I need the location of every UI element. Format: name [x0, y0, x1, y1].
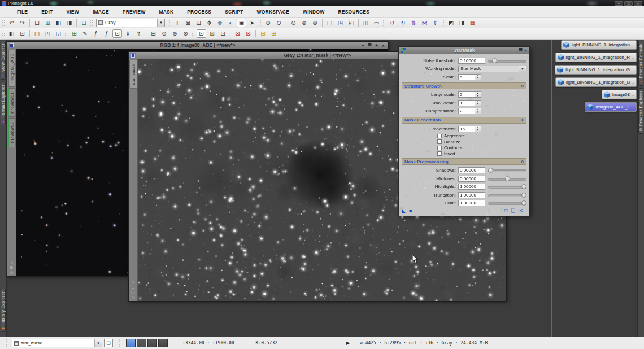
stf-add-icon[interactable]: ⊞	[258, 29, 268, 38]
new-window-button[interactable]: ❏	[104, 339, 113, 347]
fit-zoom-icon[interactable]: ⊞	[10, 265, 14, 269]
fit-zoom-icon[interactable]: ⊞	[132, 285, 135, 289]
explorer-window-icon[interactable]: ◧	[7, 29, 16, 38]
menu-item-edit[interactable]: EDIT	[34, 7, 59, 16]
small-scale-input[interactable]: 1	[458, 100, 475, 106]
menu-item-image[interactable]: IMAGE	[86, 7, 116, 16]
arrow-cursor-icon[interactable]: ➤	[247, 19, 257, 27]
process-browser-icon[interactable]: ƒ	[102, 29, 111, 38]
noise-threshold-slider[interactable]	[488, 58, 526, 64]
dynamic-crop-icon[interactable]: ◰	[346, 19, 356, 27]
color-profile-icon[interactable]: ▦	[468, 19, 477, 27]
dock-item-light_binning_1_integration_r[interactable]: light_BINNING_1_integration_R‥	[555, 53, 637, 62]
realtime-preview-icon[interactable]: □	[504, 208, 507, 213]
center-image-icon[interactable]: ✜	[215, 19, 225, 27]
compare-process-icon[interactable]: ⊟	[149, 29, 158, 38]
collapse-icon[interactable]: «	[519, 160, 525, 163]
toolbar-grip[interactable]	[2, 19, 5, 27]
color-swatch[interactable]	[137, 339, 146, 347]
format-window-icon[interactable]: ⊡	[18, 29, 27, 38]
invert-checkbox[interactable]	[437, 151, 442, 156]
shade-button[interactable]: ▀	[367, 42, 372, 49]
close-button[interactable]: ×	[524, 47, 527, 54]
dock-item-light_binning_1_integration_b[interactable]: light_BINNING_1_integration_B‥	[555, 77, 637, 87]
scale-stepper[interactable]: ▲▼	[475, 74, 481, 80]
shadows-slider[interactable]	[488, 167, 526, 173]
toolbar-grip[interactable]	[90, 19, 93, 27]
resize-grip-icon[interactable]: ‥	[632, 81, 634, 84]
image-identifier-icon[interactable]: ⊟	[32, 19, 42, 27]
process-interface-icon[interactable]: ƒ	[91, 29, 101, 38]
history-forward-icon[interactable]: ⊚	[170, 29, 180, 38]
starmask-dialog-titlebar[interactable]: StarMask ▀×	[399, 47, 529, 54]
stf-delete-icon[interactable]: ⊠	[243, 29, 253, 38]
small-scale-stepper[interactable]: ▲▼	[475, 100, 481, 106]
contours-checkbox[interactable]	[437, 146, 442, 150]
toolbar-grip[interactable]	[2, 30, 5, 38]
save-process-icon[interactable]: ⇑	[134, 29, 143, 38]
compensation-input[interactable]: 2	[458, 108, 475, 114]
current-view-selector[interactable]: star_mask ▼	[12, 339, 102, 347]
edit-process-icon[interactable]: ✎	[80, 29, 90, 38]
iconize-image-icon[interactable]: ◧	[54, 19, 63, 27]
chevron-down-icon[interactable]: ▼	[157, 19, 164, 27]
stf-icon[interactable]: ◩	[446, 19, 456, 27]
limit-slider[interactable]	[488, 200, 526, 206]
view-tab-star_mask[interactable]: star_mask	[129, 60, 137, 89]
readout-cursor-icon[interactable]: ▣	[237, 19, 246, 27]
dock-item-light_binning_1_integration[interactable]: light_BINNING_1_integration‥	[561, 40, 637, 50]
view-tab-preview02[interactable]: Preview02	[8, 118, 16, 147]
view-tab-image08_abe[interactable]: Image08_ABE	[8, 50, 16, 87]
resize-grip-icon[interactable]: ‥	[632, 44, 634, 46]
browse-documentation-icon[interactable]: ❏	[511, 208, 515, 213]
mask-generation-section[interactable]: Mask Generation «	[402, 117, 526, 124]
rgb-window-titlebar[interactable]: RGB 1:4 Image08_ABE | <*new*> −▀+x	[7, 42, 388, 49]
menu-item-mask[interactable]: MASK	[152, 7, 180, 16]
menu-item-process[interactable]: PROCESS	[180, 7, 218, 16]
fullscreen-icon[interactable]: ▭	[372, 19, 381, 27]
scale-input[interactable]: 5	[458, 74, 475, 80]
new-preview-icon[interactable]: ⊡	[79, 19, 89, 27]
toolbar-grip[interactable]	[65, 30, 68, 38]
statusbar-grip[interactable]	[118, 339, 120, 347]
toolbar-grip[interactable]	[442, 19, 445, 27]
rotate-180-icon[interactable]: ⇅	[409, 19, 419, 27]
color-swatch[interactable]	[158, 339, 168, 347]
move-image-mode-icon[interactable]: ✛	[172, 19, 182, 27]
cascade-windows-icon[interactable]: ◰	[32, 29, 42, 38]
resize-grip-icon[interactable]: ‥	[632, 94, 634, 96]
highlights-input[interactable]: 1.00000	[458, 184, 485, 190]
dock-item-image08_abe_l[interactable]: Image08_ABE_L‥	[585, 102, 637, 112]
color-swatch[interactable]	[147, 339, 157, 347]
stf-reset-icon[interactable]: ⊠	[233, 29, 242, 38]
load-process-icon[interactable]: ⇓	[123, 29, 133, 38]
sidebar-tab-view-explorer[interactable]: View Explorer▪	[1, 41, 6, 80]
minimize-button[interactable]: −	[615, 1, 623, 6]
pixelmath-icon[interactable]: ⊛	[181, 29, 190, 38]
readout-target-icon[interactable]: ◎	[10, 271, 13, 274]
shade-button[interactable]: ▀	[519, 47, 523, 54]
compensation-stepper[interactable]: ▲▼	[475, 108, 481, 114]
aggregate-checkbox[interactable]	[437, 134, 442, 138]
limit-input[interactable]: 1.00000	[458, 200, 485, 206]
copy-view-icon[interactable]: ❏	[131, 290, 134, 294]
zoom-out-icon[interactable]: ⊖	[274, 19, 284, 27]
menu-item-resources[interactable]: RESOURCES	[331, 7, 376, 16]
stf-boost-icon[interactable]: ⊞	[269, 29, 279, 38]
maximize-button[interactable]: +	[374, 42, 379, 49]
view-tab-preview01[interactable]: Preview01	[8, 88, 16, 117]
readout-mode-icon[interactable]: ◐	[226, 19, 236, 27]
chevron-down-icon[interactable]: ▼	[94, 339, 102, 347]
menu-item-preview[interactable]: PREVIEW	[116, 7, 153, 16]
zoom-1-1-icon[interactable]: ⊙	[289, 19, 298, 27]
edit-preview-mode-icon[interactable]: ◳	[336, 19, 345, 27]
stf-enable-icon[interactable]: ⊡	[197, 29, 206, 38]
stf-apply-icon[interactable]: ⊡	[218, 29, 228, 38]
rotate-cw-icon[interactable]: ↻	[398, 19, 408, 27]
rotate-ccw-icon[interactable]: ↺	[388, 19, 397, 27]
fit-view-mode-icon[interactable]: ⊡	[194, 19, 203, 27]
sidebar-tab-process-console[interactable]: Process Console▼	[638, 41, 643, 86]
smoothness-input[interactable]: 16	[458, 126, 475, 132]
zoom-to-fit-icon[interactable]: ⊚	[299, 19, 309, 27]
play-icon[interactable]: ▶	[346, 341, 350, 346]
